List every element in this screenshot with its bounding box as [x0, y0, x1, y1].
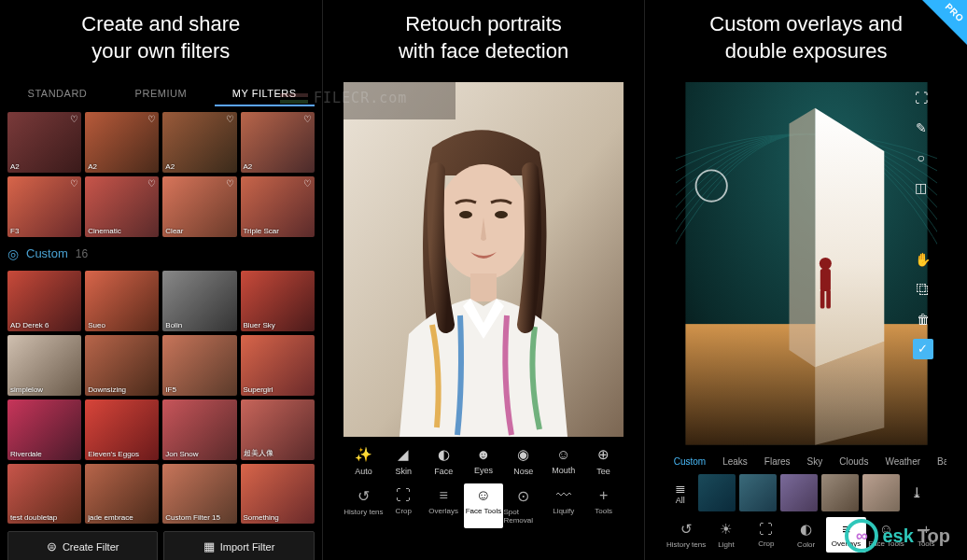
download-icon[interactable]: ⤓ — [904, 484, 932, 501]
overlay-tab-custom[interactable]: Custom — [666, 451, 713, 470]
retouch-nose[interactable]: ◉Nose — [503, 441, 543, 482]
favorite-heart-icon: ♡ — [147, 178, 156, 189]
tool-spot-removal[interactable]: ⊙Spot Removal — [503, 483, 543, 528]
filter-thumb[interactable]: Downsizing — [85, 335, 159, 396]
filter-label: A2 — [10, 162, 20, 171]
filter-thumb[interactable]: Riverdale — [7, 399, 81, 460]
overlay-tab-weather[interactable]: Weather — [877, 451, 928, 470]
crop-icon: ⛶ — [396, 487, 411, 504]
tool-history-tens[interactable]: ↺History tens — [666, 517, 707, 553]
filter-thumb[interactable]: Bluer Sky — [241, 271, 315, 331]
filter-label: Triple Scar — [244, 227, 279, 235]
filter-thumb[interactable]: ♡A2 — [162, 112, 236, 173]
tab-standard[interactable]: STANDARD — [7, 82, 107, 106]
tool-light[interactable]: ☀Light — [707, 517, 747, 553]
svg-rect-9 — [820, 269, 830, 291]
filter-thumb[interactable]: Sueo — [85, 271, 159, 331]
overlay-thumb[interactable] — [862, 474, 900, 511]
filter-thumb[interactable]: jade embrace — [85, 464, 159, 525]
liquify-icon: 〰 — [556, 487, 571, 504]
overlay-tab-flares[interactable]: Flares — [757, 451, 798, 470]
filter-thumb[interactable]: Bolin — [162, 271, 236, 331]
tool-overlays[interactable]: ≡Overlays — [424, 483, 464, 528]
retouch-eyes[interactable]: ☻Eyes — [464, 441, 504, 482]
eyes-icon: ☻ — [476, 446, 491, 462]
filter-label: test doubletap — [10, 513, 57, 522]
retouch-label: Auto — [355, 467, 372, 476]
retouch-tee[interactable]: ⊕Tee — [583, 441, 624, 482]
circle-tool-icon[interactable]: ○ — [911, 147, 932, 168]
tool-label: Crop — [758, 539, 774, 548]
filter-thumb[interactable]: test doubletap — [7, 464, 81, 525]
filter-thumb[interactable]: ♡A2 — [241, 112, 315, 173]
watermark-desktop: ∞ eskTop — [845, 519, 950, 553]
filter-thumb[interactable]: Custom Filter 15 — [162, 464, 236, 525]
confirm-button[interactable]: ✓ — [913, 339, 933, 359]
filter-thumb[interactable]: ♡Clear — [162, 176, 236, 237]
filter-thumb[interactable]: ♡Triple Scar — [241, 176, 315, 237]
overlay-tab-leaks[interactable]: Leaks — [715, 451, 755, 470]
filter-thumb[interactable]: ♡F3 — [7, 176, 81, 237]
hand-icon[interactable]: ✋ — [913, 249, 933, 270]
filter-thumb[interactable]: Eleven's Eggos — [85, 399, 159, 460]
tool-tools[interactable]: +Tools — [583, 483, 624, 528]
import-filter-button[interactable]: ▦ Import Filter — [163, 531, 314, 560]
custom-section-header: ◎ Custom 16 — [7, 246, 315, 261]
overlay-thumbnails: ≣ All ⤓ — [666, 474, 946, 511]
crop-icon: ⛶ — [759, 521, 773, 537]
filter-thumb[interactable]: ♡A2 — [7, 112, 81, 173]
tool-label: History tens — [666, 540, 706, 549]
overlay-thumb[interactable] — [739, 474, 777, 511]
overlay-thumb[interactable] — [780, 474, 818, 511]
filter-thumb[interactable]: ♡A2 — [85, 112, 159, 173]
watermark-desktop-icon: ∞ — [845, 519, 878, 553]
filter-label: 超美人像 — [244, 448, 273, 458]
portrait-preview — [343, 82, 624, 437]
svg-rect-5 — [470, 273, 497, 301]
brush-icon[interactable]: ✎ — [911, 118, 932, 138]
filter-thumb[interactable]: Jon Snow — [162, 399, 236, 460]
tool-liquify[interactable]: 〰Liquify — [543, 483, 583, 528]
tab-premium[interactable]: PREMIUM — [111, 82, 211, 106]
custom-grid: AD Derek 6SueoBolinBluer SkysimplelowDow… — [7, 271, 315, 525]
retouch-face[interactable]: ◐Face — [424, 441, 464, 482]
filter-thumb[interactable]: ♡Cinematic — [85, 176, 159, 237]
create-filter-button[interactable]: ⊜ Create Filter — [7, 531, 158, 560]
panel-filters: Create and shareyour own filters STANDAR… — [0, 0, 322, 560]
tool-face-tools[interactable]: ☺Face Tools — [464, 483, 504, 528]
retouch-controls: ✨Auto◢Skin◐Face☻Eyes◉Nose☺Mouth⊕Tee — [343, 441, 624, 482]
overlay-thumb[interactable] — [821, 474, 859, 511]
filter-thumb[interactable]: IF5 — [162, 335, 236, 396]
tool-label: Face Tools — [466, 507, 502, 515]
filter-thumb[interactable]: AD Derek 6 — [7, 271, 81, 331]
filter-thumb[interactable]: Supergirl — [241, 335, 315, 396]
overlay-thumb[interactable] — [698, 474, 736, 511]
retouch-skin[interactable]: ◢Skin — [384, 441, 424, 482]
favorites-grid: ♡A2♡A2♡A2♡A2♡F3♡Cinematic♡Clear♡Triple S… — [7, 112, 315, 237]
filter-thumb[interactable]: Something — [241, 464, 315, 525]
tool-crop[interactable]: ⛶Crop — [384, 483, 424, 528]
import-filter-icon: ▦ — [203, 539, 215, 553]
overlay-tab-clouds[interactable]: Clouds — [832, 451, 876, 470]
favorite-heart-icon: ♡ — [70, 178, 78, 189]
tool-label: Liquify — [553, 507, 574, 515]
compare-icon[interactable]: ◫ — [911, 177, 932, 198]
trash-icon[interactable]: 🗑 — [913, 309, 933, 329]
filter-label: Supergirl — [244, 385, 273, 394]
right-tool-column: ⛶ ✎ ○ ◫ — [909, 82, 933, 203]
filter-label: simplelow — [10, 385, 43, 394]
duplicate-icon[interactable]: ⿻ — [913, 279, 933, 300]
tool-crop[interactable]: ⛶Crop — [746, 517, 786, 553]
tool-color[interactable]: ◐Color — [786, 517, 826, 553]
filter-thumb[interactable]: 超美人像 — [241, 399, 315, 460]
filter-thumb[interactable]: simplelow — [7, 335, 81, 396]
overlay-tab-sky[interactable]: Sky — [800, 451, 831, 470]
retouch-auto[interactable]: ✨Auto — [343, 441, 384, 482]
tool-history-tens[interactable]: ↺History tens — [343, 483, 384, 528]
panel-title: Create and shareyour own filters — [81, 11, 240, 67]
retouch-mouth[interactable]: ☺Mouth — [543, 441, 583, 482]
all-overlays-button[interactable]: ≣ All — [666, 481, 694, 505]
fullscreen-icon[interactable]: ⛶ — [911, 88, 932, 108]
overlay-tab-backdr[interactable]: Backdr — [930, 451, 946, 470]
panel-title: Retouch portraitswith face detection — [399, 11, 568, 67]
